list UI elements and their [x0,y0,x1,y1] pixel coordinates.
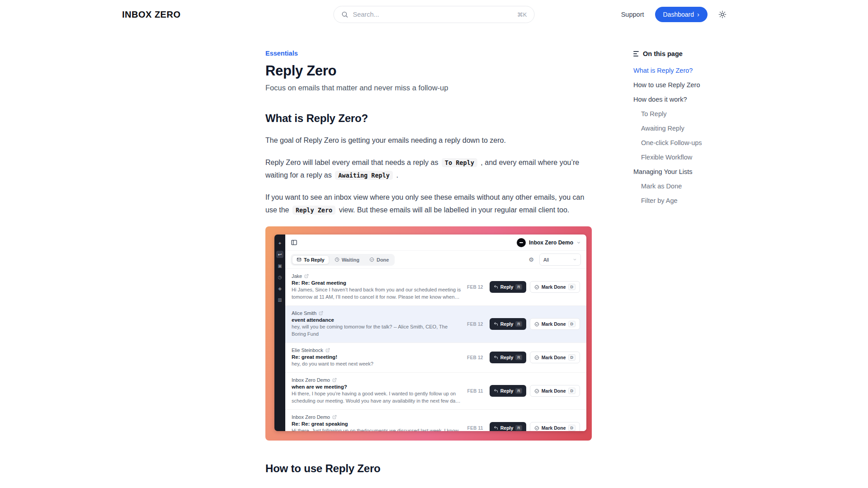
demo-tab-waiting[interactable]: Waiting [330,255,364,264]
reply-button[interactable]: Reply R [490,385,526,397]
toc-item[interactable]: How does it work? [633,95,719,104]
email-sender: Inbox Zero Demo [292,414,330,420]
reply-button[interactable]: Reply R [490,281,526,293]
demo-tab-done[interactable]: Done [365,255,394,264]
inbox-icon[interactable]: ▣ [276,262,283,269]
demo-app-sidebar: ✦↩▣◷◈▥ [274,235,285,431]
demo-tabrow-right: ⚙ All [528,253,581,266]
toc-item[interactable]: How to use Reply Zero [633,81,719,89]
tag-icon[interactable]: ◈ [276,285,283,292]
breadcrumb[interactable]: Essentials [265,50,298,57]
paragraph-text: view. But these emails will all be label… [339,206,570,214]
toc-header: On this page [633,50,719,57]
email-main: Inbox Zero Demo Re: Re: great speaking H… [292,414,462,431]
theme-toggle-sun-icon[interactable] [718,10,726,19]
email-date: FEB 12 [467,322,483,327]
email-snippet: hey, do you want to meet next week? [292,361,462,368]
mark-done-button[interactable]: Mark Done D [530,318,580,330]
done-shortcut-badge: D [568,321,576,327]
check-circle-icon [534,285,539,290]
email-subject: event attendance [292,317,462,323]
chevron-right-icon: › [697,11,699,18]
toc-item[interactable]: One-click Follow-ups [633,139,719,147]
clock-icon[interactable]: ◷ [276,273,283,281]
dashboard-button[interactable]: Dashboard › [655,7,708,22]
reply-arrow-icon [494,426,498,430]
check-circle-icon [534,426,539,431]
external-link-icon[interactable] [319,311,323,315]
email-sender-line: Elie Steinbock [292,347,462,353]
top-nav: INBOX ZERO Search... ⌘K Support Dashboar… [0,0,868,29]
sparkles-icon[interactable]: ✦ [276,239,283,247]
email-sender: Inbox Zero Demo [292,377,330,383]
email-row[interactable]: Jake Re: Re: Great meeting Hi James, Sin… [285,269,586,306]
reply-arrow-icon [494,322,498,326]
reply-label: Reply [500,355,514,360]
email-main: Inbox Zero Demo when are we meeting? Hi … [292,377,462,405]
dashboard-label: Dashboard [663,11,694,18]
page-layout: Essentials Reply Zero Focus on emails th… [0,29,868,488]
reply-button[interactable]: Reply R [490,352,526,363]
email-sender: Jake [292,273,302,279]
search-icon [341,11,349,18]
external-link-icon[interactable] [326,348,330,352]
account-menu[interactable]: Inbox Zero Demo [517,238,581,247]
toc: On this page What is Reply Zero?How to u… [633,49,719,211]
reply-icon[interactable]: ↩ [276,251,283,258]
external-link-icon[interactable] [304,274,309,278]
logo[interactable]: INBOX ZERO [122,9,180,20]
inline-code-reply-zero: Reply Zero [292,206,335,215]
search-bar[interactable]: Search... ⌘K [334,6,535,23]
article: Essentials Reply Zero Focus on emails th… [265,49,592,475]
demo-tab-to-reply[interactable]: To Reply [292,255,329,264]
reply-shortcut-badge: R [515,425,522,431]
external-link-icon[interactable] [332,378,337,382]
check-circle-icon [369,257,374,262]
reply-button[interactable]: Reply R [490,318,526,330]
email-sender-line: Inbox Zero Demo [292,414,462,420]
paragraph-text: The goal of Reply Zero is getting your e… [265,136,506,144]
settings-gear-icon[interactable]: ⚙ [528,256,534,263]
support-link[interactable]: Support [621,11,644,18]
email-row[interactable]: Inbox Zero Demo when are we meeting? Hi … [285,373,586,410]
demo-tabrow: To ReplyWaitingDone ⚙ All [285,251,586,269]
email-row[interactable]: Elie Steinbock Re: great meeting! hey, d… [285,343,586,373]
toc-item[interactable]: What is Reply Zero? [633,66,719,75]
done-shortcut-badge: D [568,284,576,290]
page-title: Reply Zero [265,63,592,79]
toc-item[interactable]: Mark as Done [633,182,719,191]
toc-item[interactable]: Flexible Workflow [633,153,719,162]
inline-code-to-reply: To Reply [442,158,477,167]
email-actions: FEB 12 Reply R Mark Done D [467,281,580,293]
reply-label: Reply [500,284,514,290]
mark-done-button[interactable]: Mark Done D [530,385,580,397]
sidebar-toggle-icon[interactable] [291,239,297,246]
demo-screenshot-frame: ✦↩▣◷◈▥ Inbox Zero Demo [265,226,592,441]
chevron-down-icon [573,258,577,262]
email-row[interactable]: Inbox Zero Demo Re: Re: great speaking H… [285,410,586,431]
header-actions: Support Dashboard › [621,0,726,29]
clock-icon [335,257,340,262]
reply-arrow-icon [494,285,498,289]
toc-item[interactable]: To Reply [633,110,719,118]
email-actions: FEB 12 Reply R Mark Done D [467,352,580,363]
reply-button[interactable]: Reply R [490,422,526,431]
done-shortcut-badge: D [568,425,576,431]
email-subject: Re: great meeting! [292,354,462,360]
mark-done-button[interactable]: Mark Done D [530,352,580,363]
search-placeholder: Search... [353,11,513,18]
toc-item[interactable]: Managing Your Lists [633,168,719,176]
paragraph-labels: Reply Zero will label every email that n… [265,156,592,182]
filter-select[interactable]: All [539,253,581,266]
email-sender-line: Alice Smith [292,310,462,316]
mark-done-button[interactable]: Mark Done D [530,281,580,293]
toc-item[interactable]: Awaiting Reply [633,124,719,133]
email-row[interactable]: Alice Smith event attendance hey, will y… [285,306,586,343]
chart-icon[interactable]: ▥ [276,296,283,303]
demo-app-window: ✦↩▣◷◈▥ Inbox Zero Demo [274,235,586,431]
external-link-icon[interactable] [332,415,337,419]
email-sender: Elie Steinbock [292,347,323,353]
toc-item[interactable]: Filter by Age [633,197,719,205]
toc-heading: On this page [643,50,683,57]
mark-done-button[interactable]: Mark Done D [530,422,580,431]
